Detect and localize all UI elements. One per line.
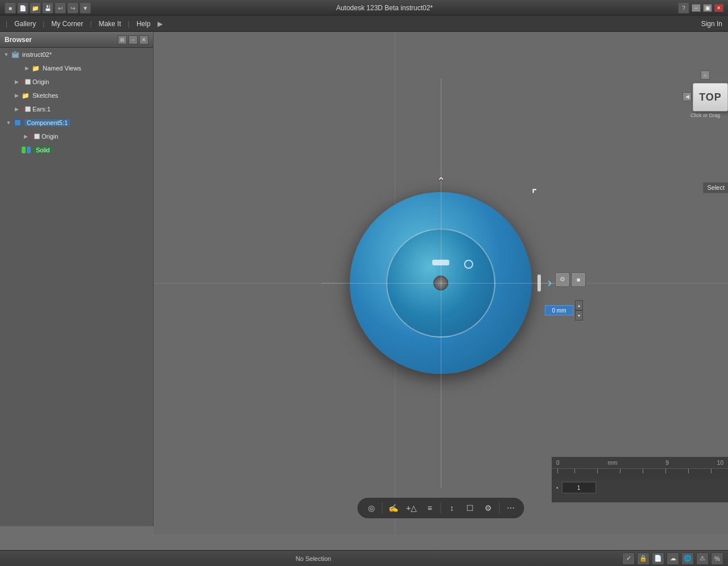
disc-value-input[interactable] bbox=[545, 305, 573, 315]
ruler-val-left: 0 bbox=[556, 460, 560, 466]
tree-component5[interactable]: ▼ Component5:1 bbox=[0, 116, 153, 130]
ruler-container: 0 mm 9 10 • bbox=[552, 457, 728, 502]
comp5-icon bbox=[13, 118, 23, 127]
browser-header: Browser ⊞ − ✕ bbox=[0, 32, 153, 48]
zoom-fit-btn[interactable]: ≡ bbox=[423, 501, 437, 515]
folder-icon: 📁 bbox=[31, 64, 41, 73]
status-lock-btn[interactable]: 🔒 bbox=[637, 552, 650, 565]
disc-handle-v[interactable] bbox=[537, 274, 541, 292]
status-check-btn[interactable]: ✓ bbox=[622, 552, 635, 565]
app-menu-btn[interactable]: ■ bbox=[5, 2, 16, 14]
status-bar: No Selection ✓ 🔒 📄 ☁ 🌐 ⚠ % bbox=[0, 550, 728, 566]
browser-tile-btn[interactable]: ⊞ bbox=[118, 35, 127, 44]
more-btn[interactable]: ⋯ bbox=[503, 501, 518, 515]
disc-arrow-right[interactable]: › bbox=[548, 276, 552, 290]
menu-gallery[interactable]: Gallery bbox=[7, 18, 43, 30]
navcube-home-btn[interactable]: ⌂ bbox=[701, 70, 710, 80]
menubar: | Gallery | My Corner | Make It | Help ▶… bbox=[0, 16, 728, 32]
top-view-label: TOP bbox=[699, 91, 722, 103]
menu-mycorner[interactable]: My Corner bbox=[44, 18, 90, 30]
tree-origin2-label: Origin bbox=[42, 133, 58, 140]
tree-solid-label: Solid bbox=[34, 147, 52, 153]
comp5-arrow[interactable]: ▼ bbox=[5, 119, 13, 127]
tree-ears[interactable]: ▶ ✕ Ears:1 bbox=[0, 102, 153, 116]
open-btn[interactable]: 📁 bbox=[30, 2, 41, 14]
disc-arrow-top[interactable]: ⌃ bbox=[437, 175, 445, 188]
status-text: No Selection bbox=[5, 555, 622, 562]
status-warn-btn[interactable]: ⚠ bbox=[696, 552, 709, 565]
root-icon bbox=[10, 50, 20, 59]
tree-comp5-label: Component5:1 bbox=[24, 119, 70, 126]
pan-btn[interactable]: ✍ bbox=[386, 501, 401, 515]
solid-icon bbox=[22, 145, 32, 155]
disc-tb-btn-2[interactable]: ■ bbox=[571, 272, 586, 287]
menu-makeit[interactable]: Make It bbox=[92, 18, 127, 30]
save-btn[interactable]: 💾 bbox=[42, 2, 53, 14]
disc-center-hub[interactable] bbox=[433, 276, 448, 290]
ruler-tick-5 bbox=[665, 469, 666, 473]
help-btn[interactable]: ? bbox=[678, 2, 689, 14]
dropdown-btn[interactable]: ▼ bbox=[80, 2, 91, 14]
box-select-btn[interactable]: ☐ bbox=[463, 501, 478, 515]
origin1-arrow[interactable]: ▶ bbox=[13, 78, 20, 86]
navcube-expand-btn[interactable]: ◀ bbox=[682, 92, 692, 101]
top-view-cube[interactable]: TOP bbox=[693, 83, 728, 111]
restore-btn[interactable]: ▣ bbox=[703, 4, 712, 12]
tree-named-views[interactable]: ▶ 📁 Named Views bbox=[0, 61, 153, 75]
root-arrow[interactable]: ▼ bbox=[2, 51, 10, 59]
disc-input-row: ▲ ▼ bbox=[545, 300, 583, 321]
ruler-value-input[interactable] bbox=[562, 482, 596, 493]
disc-toolbar: ⚙ ■ bbox=[555, 272, 586, 287]
disc-spin-up[interactable]: ▲ bbox=[575, 300, 583, 310]
menu-more[interactable]: ▶ bbox=[158, 20, 163, 28]
tree-solid[interactable]: Solid bbox=[0, 143, 153, 157]
disc-3d[interactable]: ⌃ ⌜ › ⚙ ■ ▲ ▼ bbox=[350, 192, 532, 374]
disc-spin-down[interactable]: ▼ bbox=[575, 310, 583, 321]
zoom-plus-btn[interactable]: +△ bbox=[404, 501, 419, 515]
sign-in-btn[interactable]: Sign In bbox=[701, 20, 722, 28]
bt-sep-2 bbox=[441, 502, 441, 514]
ears-arrow[interactable]: ▶ bbox=[13, 105, 20, 113]
status-net-btn[interactable]: 🌐 bbox=[681, 552, 694, 565]
disc-top-handle[interactable] bbox=[432, 260, 449, 265]
quick-access-bar: ■ 📄 📁 💾 ↩ ↪ ▼ bbox=[5, 2, 91, 14]
sketches-arrow[interactable]: ▶ bbox=[13, 91, 20, 99]
undo-btn[interactable]: ↩ bbox=[55, 2, 66, 14]
window-controls: − ▣ ✕ bbox=[692, 4, 723, 12]
named-views-arrow[interactable]: ▶ bbox=[23, 64, 31, 72]
origin2-icon: ✕ bbox=[30, 132, 40, 141]
browser-min-btn[interactable]: − bbox=[129, 35, 138, 44]
disc-corner-bracket[interactable]: ⌜ bbox=[532, 188, 536, 200]
browser-title: Browser bbox=[5, 36, 32, 44]
browser-panel: Browser ⊞ − ✕ ▼ instruct02* ▶ 📁 Named Vi… bbox=[0, 32, 154, 526]
paint-btn[interactable]: ⚙ bbox=[481, 501, 496, 515]
tree-origin-1[interactable]: ▶ ✕ Origin bbox=[0, 75, 153, 89]
bt-sep-3 bbox=[499, 502, 500, 514]
tree-origin-2[interactable]: ▶ ✕ Origin bbox=[0, 130, 153, 143]
tree-sketches[interactable]: ▶ 📁 Sketches bbox=[0, 89, 153, 102]
disc-circle-handle[interactable] bbox=[464, 260, 473, 269]
disc-tb-btn-1[interactable]: ⚙ bbox=[555, 272, 570, 287]
minimize-btn[interactable]: − bbox=[692, 4, 701, 12]
status-cloud-btn[interactable]: ☁ bbox=[667, 552, 679, 565]
status-icons: ✓ 🔒 📄 ☁ 🌐 ⚠ % bbox=[622, 552, 723, 565]
close-btn[interactable]: ✕ bbox=[714, 4, 723, 12]
status-percent-btn[interactable]: % bbox=[711, 552, 723, 565]
menu-help[interactable]: Help bbox=[130, 18, 158, 30]
disc-inner-ring[interactable] bbox=[386, 228, 495, 338]
origin2-arrow[interactable]: ▶ bbox=[22, 132, 30, 140]
redo-btn[interactable]: ↪ bbox=[67, 2, 78, 14]
status-file-btn[interactable]: 📄 bbox=[652, 552, 664, 565]
ruler-input-row: • bbox=[552, 480, 728, 496]
browser-close-btn[interactable]: ✕ bbox=[139, 35, 148, 44]
new-btn[interactable]: 📄 bbox=[17, 2, 28, 14]
tree-origin1-label: Origin bbox=[32, 78, 49, 85]
tree-ears-label: Ears:1 bbox=[32, 106, 51, 113]
ruler-unit-label: mm bbox=[608, 460, 618, 466]
disc-outer-ring[interactable] bbox=[350, 192, 532, 374]
orbit-btn[interactable]: ◎ bbox=[364, 501, 379, 515]
move-btn[interactable]: ↕ bbox=[445, 501, 460, 515]
viewport[interactable]: ⌃ ⌜ › ⚙ ■ ▲ ▼ ⌂ ◀ TOP bbox=[154, 32, 728, 534]
bt-sep-1 bbox=[382, 502, 383, 514]
tree-root[interactable]: ▼ instruct02* bbox=[0, 48, 153, 61]
